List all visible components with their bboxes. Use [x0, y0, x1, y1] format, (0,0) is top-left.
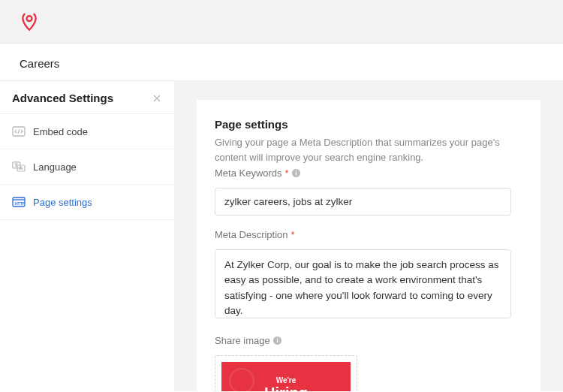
panel-description: Giving your page a Meta Description that…: [215, 135, 522, 164]
sidebar-item-page-settings[interactable]: HTTP Page settings: [0, 185, 174, 220]
close-icon[interactable]: [153, 93, 161, 104]
share-image-line1: We're: [276, 376, 297, 384]
sidebar-list: Embed code Language HTTP Page settings: [0, 113, 174, 220]
page-title: Careers: [20, 57, 59, 70]
required-marker: *: [291, 229, 295, 240]
svg-rect-7: [296, 173, 297, 176]
breadcrumb: Careers: [0, 44, 563, 80]
main-area: Page settings Giving your page a Meta De…: [174, 80, 563, 391]
embed-code-icon: [12, 125, 26, 138]
sidebar-item-label: Embed code: [33, 126, 88, 137]
svg-point-11: [277, 338, 278, 339]
meta-keywords-label-row: Meta Keywords *: [215, 167, 522, 179]
sidebar-item-label: Language: [33, 161, 77, 173]
info-icon[interactable]: [273, 336, 282, 345]
share-image-preview: We're Hiring ZOHO Recruit: [221, 362, 351, 391]
language-icon: [12, 160, 26, 173]
page-settings-icon: HTTP: [12, 195, 26, 209]
svg-point-8: [296, 170, 297, 172]
share-image-line2: Hiring: [264, 385, 308, 392]
share-image-label-row: Share image: [215, 335, 522, 346]
topbar: [0, 0, 563, 44]
meta-description-label-row: Meta Description *: [215, 229, 522, 240]
svg-text:HTTP: HTTP: [15, 201, 26, 206]
share-image-label: Share image: [215, 335, 270, 346]
meta-keywords-label: Meta Keywords: [215, 167, 282, 179]
required-marker: *: [285, 167, 289, 179]
svg-point-0: [27, 16, 32, 21]
sidebar-title: Advanced Settings: [12, 92, 113, 104]
meta-description-field[interactable]: [215, 249, 511, 318]
settings-panel: Page settings Giving your page a Meta De…: [197, 100, 540, 391]
meta-keywords-field[interactable]: [215, 188, 511, 216]
panel-heading: Page settings: [215, 118, 522, 131]
info-icon[interactable]: [292, 169, 301, 178]
sidebar: Advanced Settings Embed code Language H: [0, 80, 174, 391]
sidebar-item-label: Page settings: [33, 197, 92, 208]
content-container: Advanced Settings Embed code Language H: [0, 80, 563, 391]
svg-rect-10: [277, 340, 278, 343]
sidebar-item-embed-code[interactable]: Embed code: [0, 114, 174, 149]
share-image-upload[interactable]: We're Hiring ZOHO Recruit: [215, 355, 357, 391]
sidebar-item-language[interactable]: Language: [0, 149, 174, 185]
logo-icon: [20, 11, 39, 33]
meta-description-label: Meta Description: [215, 229, 288, 240]
sidebar-header: Advanced Settings: [0, 81, 174, 113]
